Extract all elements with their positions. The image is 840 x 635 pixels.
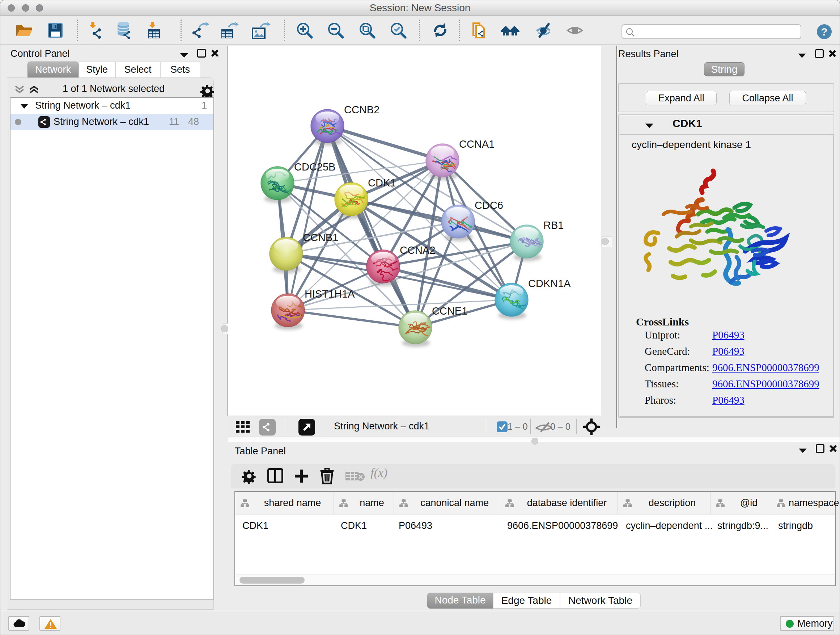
svg-text:CCNB2: CCNB2	[344, 104, 379, 116]
svg-text:CCNA1: CCNA1	[459, 138, 494, 150]
svg-text:CDK1: CDK1	[368, 177, 396, 188]
svg-text:CDKN1A: CDKN1A	[528, 278, 571, 289]
svg-text:CCNE1: CCNE1	[432, 305, 467, 317]
svg-text:RB1: RB1	[543, 219, 564, 231]
svg-text:HIST1H1A: HIST1H1A	[305, 288, 355, 300]
svg-text:CDC25B: CDC25B	[294, 161, 335, 173]
svg-text:CCNA2: CCNA2	[400, 244, 435, 256]
svg-text:CCNB1: CCNB1	[303, 232, 338, 243]
svg-text:CDC6: CDC6	[475, 200, 503, 211]
